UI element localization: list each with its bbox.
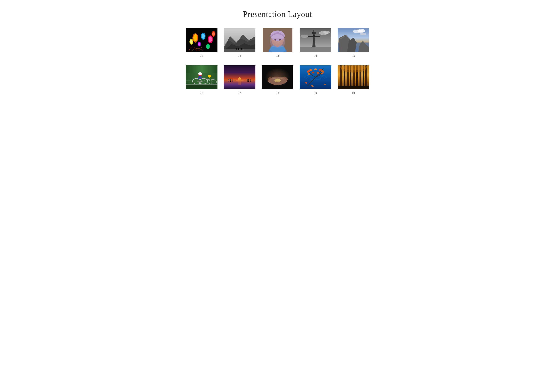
gallery-item-08[interactable]: 08 [262,65,293,95]
gallery-container: 01 [175,28,380,95]
page-title: Presentation Layout [243,9,312,19]
gallery-item-10[interactable]: 10 [338,65,369,95]
photo-label-02: 02 [238,54,241,57]
photo-frame-08 [262,65,293,89]
svg-rect-7 [203,33,204,34]
gallery-item-06[interactable]: 06 [186,65,218,95]
photo-label-09: 09 [314,91,317,95]
photo-frame-05 [338,28,369,52]
photo-label-03: 03 [276,54,279,57]
gallery-item-04[interactable]: 04 [300,28,331,57]
svg-rect-3 [195,33,196,34]
svg-rect-4 [195,42,196,43]
photo-frame-06 [186,65,218,89]
photo-label-10: 10 [352,91,355,95]
gallery-item-03[interactable]: 03 [262,28,293,57]
photo-label-08: 08 [276,91,279,95]
svg-point-72 [208,75,211,78]
svg-rect-25 [240,48,240,50]
svg-point-16 [212,32,215,36]
photo-label-05: 05 [352,54,355,57]
svg-point-6 [202,34,205,39]
svg-point-2 [193,34,197,41]
svg-point-93 [275,79,280,81]
photo-label-01: 01 [200,54,203,57]
gallery-row-2: 06 [175,65,380,95]
gallery-item-09[interactable]: 09 [300,65,331,95]
photo-frame-09 [300,65,331,89]
photo-frame-04 [300,28,331,52]
svg-point-12 [190,40,193,44]
svg-rect-10 [210,36,211,36]
photo-frame-10 [338,65,369,89]
photo-label-06: 06 [200,91,203,95]
gallery-item-01[interactable]: 01 [186,28,218,57]
gallery-item-05[interactable]: 05 [338,28,369,57]
svg-rect-40 [300,47,331,52]
svg-point-89 [227,79,252,82]
svg-point-59 [360,33,366,35]
svg-rect-132 [338,86,369,89]
svg-point-49 [323,31,330,34]
svg-rect-24 [238,48,239,50]
photo-frame-01 [186,28,218,52]
svg-point-67 [198,72,202,75]
svg-point-17 [206,44,210,49]
photo-label-04: 04 [314,54,317,57]
svg-rect-23 [236,48,237,50]
svg-point-58 [358,29,365,32]
svg-point-14 [198,43,200,46]
photo-frame-03 [262,28,293,52]
gallery-item-07[interactable]: 07 [224,65,256,95]
gallery-row-1: 01 [175,28,380,57]
photo-label-07: 07 [238,91,241,95]
svg-point-47 [312,32,316,34]
svg-point-46 [313,35,315,37]
svg-rect-26 [241,48,242,50]
svg-rect-76 [186,84,218,89]
photo-frame-07 [224,65,256,89]
gallery-item-02[interactable]: 02 [224,28,256,57]
svg-rect-27 [243,48,243,50]
svg-point-9 [209,36,212,42]
svg-point-50 [300,35,308,38]
photo-frame-02 [224,28,256,52]
